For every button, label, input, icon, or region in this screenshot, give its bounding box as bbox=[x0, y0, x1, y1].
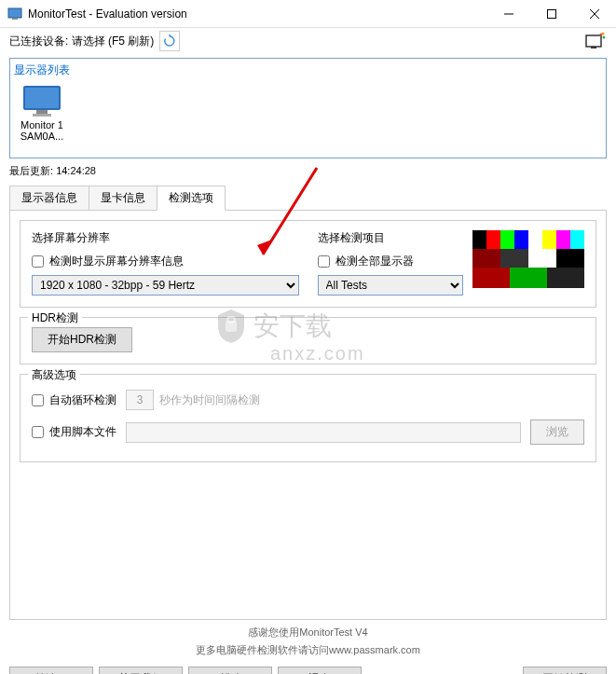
svg-rect-28 bbox=[510, 268, 547, 288]
tab-monitor-info[interactable]: 显示器信息 bbox=[9, 186, 89, 211]
hdr-legend: HDR检测 bbox=[28, 310, 82, 326]
svg-rect-7 bbox=[591, 47, 596, 48]
app-icon bbox=[7, 7, 22, 21]
svg-rect-22 bbox=[570, 230, 584, 249]
start-test-button[interactable]: 开始检测 bbox=[523, 667, 607, 674]
last-update-row: 最后更新: 14:24:28 bbox=[0, 162, 616, 180]
auto-loop-seconds-input[interactable] bbox=[126, 390, 154, 410]
svg-rect-25 bbox=[528, 249, 556, 268]
maximize-button[interactable] bbox=[530, 0, 573, 28]
test-select[interactable]: All Tests bbox=[318, 275, 464, 296]
show-resolution-info-label: 检测时显示屏幕分辨率信息 bbox=[49, 254, 184, 269]
exit-button[interactable]: 退出 bbox=[278, 667, 362, 674]
monitor-item-line2: SAM0A... bbox=[20, 131, 64, 142]
refresh-button[interactable] bbox=[159, 31, 180, 51]
svg-point-9 bbox=[603, 36, 606, 39]
test-item-legend: 选择检测项目 bbox=[318, 230, 464, 246]
svg-rect-29 bbox=[547, 268, 584, 288]
footer-line1: 感谢您使用MonitorTest V4 bbox=[0, 626, 616, 640]
fieldset-resolution-tests: 选择屏幕分辨率 检测时显示屏幕分辨率信息 1920 x 1080 - 32bpp… bbox=[20, 220, 596, 308]
tab-bar: 显示器信息 显卡信息 检测选项 bbox=[9, 186, 607, 211]
tab-gpu-info[interactable]: 显卡信息 bbox=[89, 186, 157, 211]
auto-loop-hint: 秒作为时间间隔检测 bbox=[159, 392, 260, 408]
fieldset-advanced: 高级选项 自动循环检测 秒作为时间间隔检测 使用脚本文件 浏览 bbox=[20, 374, 596, 462]
svg-rect-21 bbox=[556, 230, 570, 249]
svg-point-10 bbox=[602, 33, 605, 35]
fieldset-hdr: HDR检测 开始HDR检测 bbox=[20, 317, 596, 365]
last-update-label: 最后更新: bbox=[9, 165, 53, 176]
resolution-legend: 选择屏幕分辨率 bbox=[32, 230, 299, 246]
svg-rect-15 bbox=[472, 230, 486, 249]
svg-rect-23 bbox=[472, 249, 500, 268]
test-preview-image bbox=[472, 230, 584, 288]
auto-loop-label: 自动循环检测 bbox=[49, 392, 116, 408]
brand-logo-icon bbox=[584, 32, 607, 50]
browse-button[interactable]: 浏览 bbox=[530, 420, 584, 445]
use-script-checkbox[interactable] bbox=[32, 426, 44, 438]
use-script-label: 使用脚本文件 bbox=[49, 424, 116, 440]
all-monitors-label: 检测全部显示器 bbox=[335, 254, 414, 269]
bottom-button-bar: 首选项 关于我们 帮助 退出 开始检测 bbox=[0, 661, 616, 674]
svg-rect-19 bbox=[528, 230, 542, 249]
svg-rect-18 bbox=[514, 230, 528, 249]
about-button[interactable]: 关于我们 bbox=[99, 667, 183, 674]
script-path-input[interactable] bbox=[126, 422, 521, 443]
resolution-select[interactable]: 1920 x 1080 - 32bpp - 59 Hertz bbox=[32, 275, 299, 296]
svg-rect-27 bbox=[472, 268, 510, 288]
tab-detect-options[interactable]: 检测选项 bbox=[157, 186, 226, 211]
svg-rect-12 bbox=[25, 88, 59, 108]
svg-rect-13 bbox=[36, 110, 48, 114]
close-button[interactable] bbox=[573, 0, 616, 28]
monitor-item[interactable]: Monitor 1 SAM0A... bbox=[14, 82, 70, 144]
show-resolution-info-checkbox[interactable] bbox=[32, 255, 44, 268]
monitor-list-panel: 显示器列表 Monitor 1 SAM0A... bbox=[9, 58, 607, 158]
help-button[interactable]: 帮助 bbox=[188, 667, 272, 674]
svg-rect-0 bbox=[8, 8, 21, 18]
monitor-list-title: 显示器列表 bbox=[14, 62, 602, 78]
window-title: MonitorTest - Evaluation version bbox=[28, 7, 487, 21]
svg-rect-24 bbox=[500, 249, 528, 268]
all-monitors-checkbox[interactable] bbox=[318, 255, 330, 268]
start-hdr-button[interactable]: 开始HDR检测 bbox=[32, 327, 132, 352]
minimize-button[interactable] bbox=[487, 0, 530, 28]
tab-content: 选择屏幕分辨率 检测时显示屏幕分辨率信息 1920 x 1080 - 32bpp… bbox=[9, 210, 607, 620]
svg-rect-1 bbox=[12, 18, 18, 20]
monitor-icon bbox=[20, 84, 64, 117]
refresh-icon bbox=[163, 34, 176, 48]
svg-rect-6 bbox=[586, 35, 601, 47]
footer-line2: 更多电脑硬件检测软件请访问www.passmark.com bbox=[0, 643, 616, 657]
svg-rect-16 bbox=[486, 230, 500, 249]
svg-rect-14 bbox=[33, 114, 51, 117]
svg-rect-17 bbox=[500, 230, 514, 249]
preferences-button[interactable]: 首选项 bbox=[9, 667, 93, 674]
monitor-item-line1: Monitor 1 bbox=[20, 119, 64, 131]
window-titlebar: MonitorTest - Evaluation version bbox=[0, 0, 616, 28]
toolbar: 已连接设备: 请选择 (F5 刷新) bbox=[0, 28, 616, 54]
auto-loop-checkbox[interactable] bbox=[32, 394, 44, 406]
svg-rect-20 bbox=[542, 230, 556, 249]
advanced-legend: 高级选项 bbox=[28, 367, 80, 383]
last-update-time: 14:24:28 bbox=[56, 165, 96, 176]
svg-rect-26 bbox=[556, 249, 584, 268]
connected-device-label: 已连接设备: 请选择 (F5 刷新) bbox=[9, 34, 154, 49]
svg-rect-3 bbox=[548, 9, 556, 18]
